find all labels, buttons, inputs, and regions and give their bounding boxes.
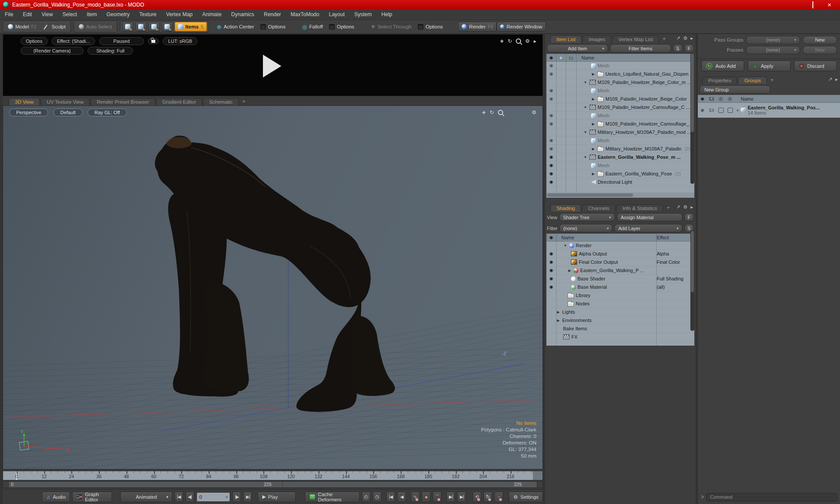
auto-add-button[interactable]: ↻ Auto Add — [701, 61, 744, 71]
item-row[interactable]: ◉ Mesh — [546, 112, 694, 120]
menu-layout[interactable]: Layout — [324, 10, 350, 20]
eye-icon[interactable]: ◉ — [550, 97, 553, 101]
orbit-icon[interactable]: ↻ — [490, 109, 494, 116]
menu-vertex-map[interactable]: Vertex Map — [161, 10, 198, 20]
pass-groups-dropdown[interactable]: (none) ▾ — [746, 36, 800, 44]
go-to-end-button[interactable]: ▶| — [243, 492, 252, 502]
tab-uv-texture-view[interactable]: UV Texture View — [41, 98, 90, 105]
apply-button[interactable]: ↓ Apply — [748, 61, 791, 71]
item-row[interactable]: ◉ ▶Eastern_Gorilla_Walking_Pose(2) — [546, 170, 694, 178]
eye-icon[interactable]: ◉ — [550, 285, 553, 289]
eye-icon[interactable]: ◉ — [550, 260, 553, 264]
panel-arrow-icon[interactable]: ▸ — [835, 77, 838, 82]
item-list-horizontal-scrollbar[interactable] — [546, 192, 694, 198]
shader-row[interactable]: ◉ Final Color Output Final Color▾ — [546, 258, 694, 266]
sculpt-mode-button[interactable]: Sculpt — [41, 22, 69, 31]
render-window-button[interactable]: Render Window — [497, 22, 546, 32]
expand-arrow-icon[interactable]: ▶ — [567, 269, 572, 273]
item-list-vertical-scrollbar[interactable] — [690, 52, 694, 184]
item-row[interactable]: ◉ ▶Uestco_Liquified_Natural_Gas_Dispen .… — [546, 70, 694, 78]
tab-info-statistics[interactable]: Info & Statistics — [616, 204, 663, 212]
add-tab-button[interactable]: + — [768, 76, 776, 84]
graph-editor-button[interactable]: Graph Editor — [72, 492, 112, 502]
shader-row[interactable]: ◉ Base Shader Full Shading▾ — [546, 275, 694, 283]
filter-button[interactable]: F — [684, 44, 694, 52]
time-down-button[interactable]: ◷ — [373, 492, 382, 502]
next-key-button[interactable]: ▶| — [446, 492, 455, 502]
tab-channels[interactable]: Channels — [582, 204, 616, 212]
shader-row[interactable]: ◉ Alpha Output Alpha▾ — [546, 250, 694, 258]
new-pass-button[interactable]: New — [803, 46, 837, 54]
eye-icon[interactable]: ◉ — [700, 108, 704, 112]
menu-item[interactable]: Item — [82, 10, 102, 20]
filter-button[interactable]: F — [684, 213, 694, 221]
range-right-cap[interactable] — [537, 482, 542, 487]
group-checkbox[interactable] — [718, 108, 724, 113]
shader-row[interactable]: ▶Environments — [546, 316, 694, 325]
eye-icon[interactable]: ◉ — [550, 122, 553, 126]
panel-expand-icon[interactable]: ↗ — [676, 35, 680, 41]
expand-arrow-icon[interactable]: ▶ — [591, 97, 595, 101]
timeline-range-bar[interactable]: 0 225 225 — [3, 481, 543, 488]
timeline-ruler[interactable]: 0122436486072849610812013214415616818019… — [3, 471, 543, 480]
cache-deformers-button[interactable]: Cache Deformers — [305, 492, 360, 502]
menu-help[interactable]: Help — [377, 10, 397, 20]
view-dropdown[interactable]: Shader Tree ▾ — [559, 213, 615, 221]
item-row[interactable]: ◉ Directional Light — [546, 178, 694, 186]
item-row[interactable]: ◉ Mesh — [546, 161, 694, 170]
tab-3d-view[interactable]: 3D View — [9, 98, 40, 105]
expand-arrow-icon[interactable]: ▶ — [556, 310, 560, 314]
item-row[interactable]: ▼Military_Howitzer_M109A7_Paladin_mod ..… — [546, 128, 694, 136]
expand-arrow-icon[interactable]: ▶ — [591, 172, 595, 176]
time-up-button[interactable]: ◴ — [362, 492, 371, 502]
panel-arrow-icon[interactable]: ▸ — [690, 35, 693, 41]
new-group-button[interactable]: New Group — [700, 85, 770, 94]
shader-row[interactable]: Library — [546, 291, 694, 300]
camera-icon[interactable] — [709, 108, 714, 112]
auto-select-button[interactable]: Auto Select — [76, 22, 115, 31]
close-button[interactable]: × — [827, 1, 832, 8]
current-frame-field[interactable]: 0 ◂▸ — [196, 492, 231, 502]
next-key-alt-button[interactable]: ▶| — [457, 492, 466, 502]
perspective-button[interactable]: Perspective — [9, 108, 48, 116]
shader-row[interactable]: Bake Items — [546, 325, 694, 333]
record-button[interactable]: ● — [422, 492, 430, 502]
eye-icon[interactable]: ◉ — [550, 155, 553, 159]
tab-schematic[interactable]: Schematic — [203, 98, 239, 105]
key-channels-button[interactable]: ∿ — [411, 492, 420, 502]
preview-play-button[interactable] — [263, 55, 281, 77]
collapse-arrow-icon[interactable]: ▼ — [583, 130, 588, 134]
shader-row[interactable]: ▶Lights — [546, 308, 694, 316]
expand-arrow-icon[interactable]: ▶ — [591, 72, 595, 76]
collapse-arrow-icon[interactable]: ▼ — [583, 105, 588, 109]
select-through-options-checkbox[interactable] — [418, 24, 424, 30]
tab-groups[interactable]: Groups — [738, 77, 767, 84]
key-transform-button[interactable]: ⟲ — [472, 492, 481, 502]
range-left-cap[interactable] — [3, 482, 9, 487]
menu-system[interactable]: System — [350, 10, 377, 20]
passes-dropdown[interactable]: (none) ▾ — [746, 46, 800, 54]
select-through-button[interactable]: ❖ Select Through — [368, 22, 415, 31]
previous-key-alt-button[interactable]: ◀ — [397, 492, 406, 502]
menu-render[interactable]: Render — [259, 10, 286, 20]
filter-items-field[interactable]: Filter Items — [610, 44, 671, 52]
frame-spinner-icon[interactable]: ◂▸ — [225, 495, 227, 499]
group-checkbox[interactable] — [728, 108, 733, 113]
eye-icon[interactable]: ◉ — [550, 113, 553, 118]
menu-geometry[interactable]: Geometry — [102, 10, 135, 20]
tab-images[interactable]: Images — [582, 35, 611, 43]
preview-camera-button[interactable]: (Render Camera) — [21, 47, 84, 55]
discard-button[interactable]: × Discard — [794, 61, 837, 71]
eye-icon[interactable]: ◉ — [550, 163, 553, 168]
item-row[interactable]: ◉ Mesh — [546, 62, 694, 70]
render-button[interactable]: Render F9 — [458, 22, 496, 32]
group-row[interactable]: ◉ + Eastern_Gorilla_Walking_Pos... 14 It… — [698, 103, 840, 118]
eye-icon[interactable]: ◉ — [550, 88, 553, 93]
action-center-options-toggle[interactable]: Options — [257, 22, 289, 31]
action-center-button[interactable]: ⊕ Action Center — [214, 22, 257, 31]
expand-arrow-icon[interactable]: ▶ — [556, 318, 560, 322]
maximize-button[interactable] — [810, 2, 816, 7]
play-button[interactable]: ▶ Play — [258, 492, 296, 502]
pan-icon[interactable]: + — [500, 39, 504, 43]
tab-render-preset-browser[interactable]: Render Preset Browser — [91, 98, 155, 105]
